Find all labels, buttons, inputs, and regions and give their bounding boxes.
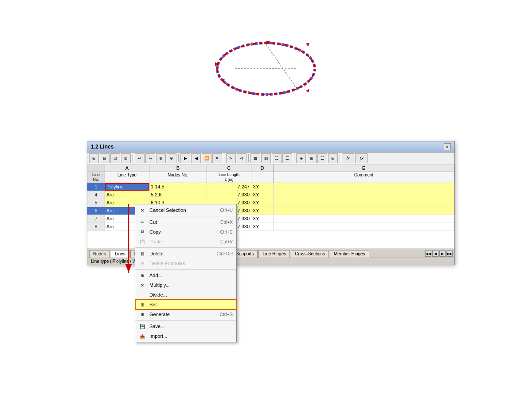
toolbar-btn-4[interactable]: ⊠ — [121, 153, 131, 163]
menu-shortcut-paste: Ctrl+V — [220, 239, 233, 244]
menu-label-generate: Generate — [149, 312, 216, 317]
cancel-selection-icon: ✕ — [139, 207, 146, 214]
toolbar-btn-6[interactable]: ↪ — [145, 153, 155, 163]
toolbar-btn-16[interactable]: ▥ — [261, 153, 271, 163]
menu-item-cut[interactable]: ✂ Cut Ctrl+X — [135, 217, 236, 227]
svg-marker-4 — [306, 43, 309, 47]
ellipse-drawing — [200, 31, 332, 106]
toolbar-btn-18[interactable]: ☰ — [282, 153, 292, 163]
toolbar-btn-15[interactable]: ▦ — [250, 153, 260, 163]
toolbar-btn-9[interactable]: ▶ — [180, 153, 190, 163]
sub-header-c: Line LengthL [m] — [207, 172, 251, 183]
toolbar-btn-21[interactable]: ☱ — [317, 153, 327, 163]
table-row[interactable]: 1 Polyline 1,14,5 7.247 XY — [87, 183, 454, 191]
formula-btn-2[interactable]: ƒx — [355, 153, 368, 163]
toolbar-btn-8[interactable]: ⊗ — [167, 153, 176, 163]
menu-item-save[interactable]: 💾 Save... — [135, 321, 236, 331]
cell-d-6: XY — [251, 207, 274, 215]
toolbar-btn-7[interactable]: ⊕ — [156, 153, 166, 163]
toolbar-sep-5 — [294, 154, 294, 162]
menu-sep-2 — [135, 247, 236, 248]
toolbar-btn-19[interactable]: ◈ — [296, 153, 306, 163]
table-row[interactable]: 4 Arc 5,2,6 7.330 XY — [87, 191, 454, 199]
close-button[interactable]: × — [444, 143, 451, 150]
col-header-a[interactable]: A — [105, 164, 149, 172]
tab-nav-last[interactable]: ▶▶ — [446, 250, 453, 257]
menu-item-multiply[interactable]: ✕ Multiply... — [135, 280, 236, 290]
cell-d-1: XY — [251, 183, 274, 191]
cell-a-4[interactable]: Arc — [105, 191, 149, 199]
menu-item-set[interactable]: ⊞ Set — [135, 300, 236, 309]
tab-nav-first[interactable]: ◀◀ — [425, 250, 431, 257]
formula-btn-1[interactable]: fx — [342, 153, 354, 163]
tab-cross-sections[interactable]: Cross-Sections — [291, 250, 329, 258]
menu-item-divide[interactable]: ÷ Divide... — [135, 290, 236, 300]
cell-rownum-4: 4 — [87, 191, 105, 199]
toolbar: ⊞ ⊟ ⊡ ⊠ ↩ ↪ ⊕ ⊗ ▶ ◀ ⏩ ✕ ⊳ ⊲ ▦ ▥ ☷ ☰ ◈ ⊞ … — [87, 153, 454, 164]
menu-item-paste: 📋 Paste Ctrl+V — [135, 237, 236, 246]
tab-line-hinges[interactable]: Line Hinges — [258, 250, 290, 258]
generate-icon: ⚙ — [139, 311, 146, 318]
toolbar-btn-1[interactable]: ⊞ — [89, 153, 99, 163]
toolbar-btn-10[interactable]: ◀ — [191, 153, 201, 163]
menu-label-save: Save... — [149, 324, 229, 329]
menu-sep-4 — [135, 320, 236, 321]
column-headers: A B C D E — [87, 164, 454, 172]
toolbar-btn-20[interactable]: ⊞ — [307, 153, 317, 163]
cell-d-5: XY — [251, 199, 274, 207]
cell-d-7: XY — [251, 215, 274, 223]
tab-member-hinges[interactable]: Member Hinges — [330, 250, 369, 258]
cut-icon: ✂ — [139, 219, 146, 226]
toolbar-sep-1 — [133, 154, 133, 162]
menu-item-import[interactable]: 📥 Import... — [135, 331, 236, 341]
toolbar-btn-13[interactable]: ⊳ — [226, 153, 236, 163]
cell-e-7 — [274, 215, 454, 223]
tab-lines[interactable]: Lines — [111, 250, 129, 258]
corner-cell — [87, 164, 105, 172]
tab-nodes[interactable]: Nodes — [89, 250, 110, 258]
paste-icon: 📋 — [139, 238, 146, 245]
toolbar-btn-22[interactable]: ⊟ — [328, 153, 338, 163]
col-header-c[interactable]: C — [207, 164, 251, 172]
col-header-b[interactable]: B — [149, 164, 207, 172]
menu-item-copy[interactable]: ⧉ Copy Ctrl+C — [135, 227, 236, 237]
cell-rownum-7: 7 — [87, 215, 105, 223]
menu-item-cancel-selection[interactable]: ✕ Cancel Selection Ctrl+U — [135, 205, 236, 215]
toolbar-btn-14[interactable]: ⊲ — [237, 153, 246, 163]
context-menu: ✕ Cancel Selection Ctrl+U ✂ Cut Ctrl+X ⧉… — [135, 204, 237, 342]
menu-shortcut-cancel: Ctrl+U — [220, 208, 233, 213]
cell-a-1[interactable]: Polyline — [105, 183, 149, 191]
cell-e-1 — [274, 183, 454, 191]
menu-shortcut-copy: Ctrl+C — [220, 230, 233, 235]
toolbar-sep-3 — [224, 154, 224, 162]
toolbar-btn-17[interactable]: ☷ — [272, 153, 282, 163]
menu-label-cancel: Cancel Selection — [149, 207, 216, 213]
toolbar-btn-12[interactable]: ✕ — [212, 153, 222, 163]
cell-e-6 — [274, 207, 454, 215]
menu-shortcut-cut: Ctrl+X — [220, 220, 233, 225]
cell-rownum-8: 8 — [87, 223, 105, 231]
toolbar-btn-5[interactable]: ↩ — [135, 153, 145, 163]
menu-item-add[interactable]: ⊕ Add... — [135, 270, 236, 280]
tab-nav-prev[interactable]: ◀ — [432, 250, 438, 257]
toolbar-btn-2[interactable]: ⊟ — [100, 153, 110, 163]
cell-e-8 — [274, 223, 454, 231]
import-icon: 📥 — [139, 332, 146, 340]
cell-b-1[interactable]: 1,14,5 — [149, 183, 207, 191]
toolbar-btn-11[interactable]: ⏩ — [202, 153, 211, 163]
menu-label-cut: Cut — [149, 219, 217, 225]
menu-item-delete[interactable]: ⊠ Delete Ctrl+Del — [135, 249, 236, 258]
cell-c-1[interactable]: 7.247 — [207, 183, 251, 191]
col-header-d[interactable]: D — [251, 164, 274, 172]
cell-c-4[interactable]: 7.330 — [207, 191, 251, 199]
tab-nav-next[interactable]: ▶ — [439, 250, 446, 257]
cell-b-4[interactable]: 5,2,6 — [149, 191, 207, 199]
toolbar-sep-6 — [340, 154, 340, 162]
menu-item-delete-formulas: ⊟ Delete Formulas — [135, 258, 236, 268]
menu-item-generate[interactable]: ⚙ Generate Ctrl+G — [135, 309, 236, 319]
cell-e-4 — [274, 191, 454, 199]
delete-formulas-icon: ⊟ — [139, 260, 146, 267]
col-header-e[interactable]: E — [274, 164, 454, 172]
toolbar-btn-3[interactable]: ⊡ — [110, 153, 120, 163]
menu-sep-1 — [135, 216, 236, 216]
